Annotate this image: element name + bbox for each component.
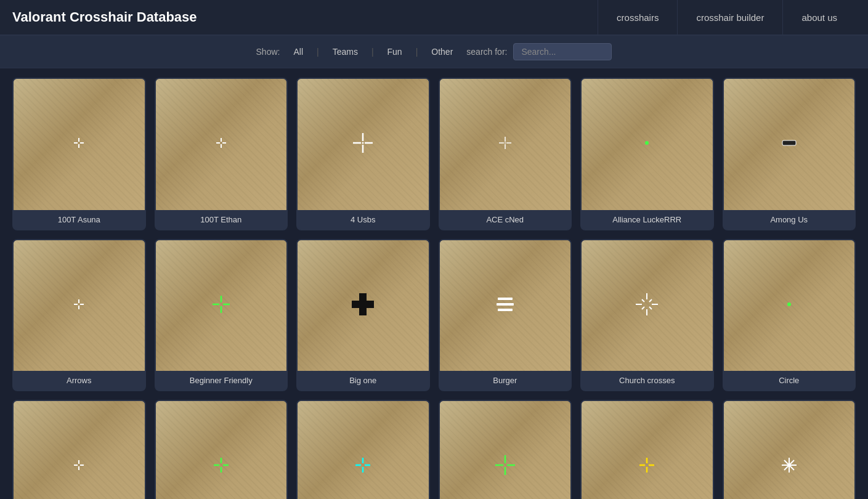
filter-bar: Show: All | Teams | Fun | Other search f…: [0, 36, 868, 68]
card-100t-ethan[interactable]: 100T Ethan: [155, 78, 288, 230]
card-image-daisy: [724, 401, 855, 499]
crosshair-grid: 100T Asuna 100T Ethan 4 Usbs ACE cNed Al: [0, 68, 868, 499]
card-drx-rb[interactable]: DRX Rb: [296, 400, 430, 499]
card-among-us[interactable]: Among Us: [723, 78, 856, 230]
card-label-beginner-friendly: Beginner Friendly: [156, 371, 287, 390]
card-100t-asuna[interactable]: 100T Asuna: [12, 78, 146, 230]
card-image-drx-rb: [298, 401, 429, 499]
card-image-alliance-luckerrr: [582, 79, 713, 210]
svg-point-44: [787, 302, 791, 306]
card-4-usbs[interactable]: 4 Usbs: [296, 78, 430, 230]
card-label-100t-asuna: 100T Asuna: [14, 210, 145, 229]
crosshair-arrows: [69, 294, 89, 317]
svg-rect-28: [359, 293, 367, 301]
card-drx-buzz[interactable]: DRX BuZz: [12, 400, 146, 499]
card-image-burger: [440, 240, 571, 371]
filter-teams[interactable]: Teams: [325, 44, 365, 59]
filter-all[interactable]: All: [286, 44, 310, 59]
svg-point-12: [362, 142, 364, 144]
show-label: Show:: [256, 47, 280, 57]
crosshair-circle: [781, 296, 798, 315]
svg-line-40: [642, 299, 644, 302]
filter-fun[interactable]: Fun: [380, 44, 410, 59]
card-label-alliance-luckerrr: Alliance LuckeRRR: [582, 210, 713, 229]
svg-point-17: [505, 142, 506, 144]
card-drx-zest[interactable]: DRX Zest: [439, 400, 572, 499]
crosshair-among-us: [780, 137, 798, 152]
card-alliance-luckerrr[interactable]: Alliance LuckeRRR: [580, 78, 714, 230]
card-image-among-us: [724, 79, 855, 210]
card-label-arrows: Arrows: [14, 371, 145, 390]
card-label-among-us: Among Us: [724, 210, 855, 229]
crosshair-daisy: [778, 454, 800, 479]
svg-rect-19: [782, 140, 796, 145]
crosshair-4-usbs: [351, 131, 375, 158]
crosshair-drx-stax: [636, 454, 658, 479]
card-beginner-friendly[interactable]: Beginner Friendly: [155, 239, 288, 392]
crosshair-burger: [494, 296, 516, 315]
card-label-burger: Burger: [440, 371, 571, 390]
card-image-100t-ethan: [156, 79, 287, 210]
crosshair-ace-cned: [495, 133, 515, 155]
card-image-beginner-friendly: [156, 240, 287, 371]
card-label-ace-cned: ACE cNed: [440, 210, 571, 229]
svg-rect-32: [359, 301, 367, 308]
svg-point-18: [645, 141, 649, 145]
card-drx-mako[interactable]: DRX MaKo: [155, 400, 288, 499]
svg-rect-31: [367, 301, 374, 308]
header-nav: crosshairs crosshair builder about us: [598, 0, 856, 34]
search-input[interactable]: [513, 43, 612, 60]
crosshair-alliance-luckerrr: [641, 137, 653, 152]
card-circle[interactable]: Circle: [723, 239, 856, 392]
crosshair-100t-ethan: [211, 133, 231, 155]
card-image-drx-zest: [440, 401, 571, 499]
crosshair-drx-mako: [210, 454, 232, 479]
svg-rect-33: [498, 298, 513, 300]
nav-crosshair-builder[interactable]: crosshair builder: [677, 0, 782, 34]
card-ace-cned[interactable]: ACE cNed: [439, 78, 572, 230]
card-church-crosses[interactable]: Church crosses: [580, 239, 714, 392]
svg-rect-29: [359, 308, 367, 315]
card-image-drx-buzz: [14, 401, 145, 499]
crosshair-100t-asuna: [69, 133, 89, 155]
card-image-drx-mako: [156, 401, 287, 499]
card-burger[interactable]: Burger: [439, 239, 572, 392]
header: Valorant Crosshair Database crosshairs c…: [0, 0, 868, 36]
card-label-4-usbs: 4 Usbs: [298, 210, 429, 229]
nav-about-us[interactable]: about us: [782, 0, 856, 34]
card-label-circle: Circle: [724, 371, 855, 390]
nav-crosshairs[interactable]: crosshairs: [598, 0, 677, 34]
crosshair-beginner-friendly: [210, 293, 232, 318]
svg-line-43: [642, 307, 644, 309]
card-image-circle: [724, 240, 855, 371]
card-daisy[interactable]: Daisy: [723, 400, 856, 499]
card-drx-stax[interactable]: DRX stax: [580, 400, 714, 499]
card-arrows[interactable]: Arrows: [12, 239, 146, 392]
card-image-drx-stax: [582, 401, 713, 499]
card-image-church-crosses: [582, 240, 713, 371]
crosshair-drx-rb: [352, 454, 374, 479]
card-label-church-crosses: Church crosses: [582, 371, 713, 390]
card-image-4-usbs: [298, 79, 429, 210]
svg-line-41: [649, 307, 652, 309]
card-image-100t-asuna: [14, 79, 145, 210]
site-title: Valorant Crosshair Database: [12, 9, 197, 25]
crosshair-drx-buzz: [69, 455, 89, 477]
crosshair-drx-zest: [493, 453, 517, 480]
filter-other[interactable]: Other: [424, 44, 460, 59]
svg-rect-34: [497, 303, 514, 306]
svg-rect-30: [352, 301, 359, 308]
card-image-ace-cned: [440, 79, 571, 210]
crosshair-church-crosses: [633, 291, 660, 320]
card-image-arrows: [14, 240, 145, 371]
card-label-big-one: Big one: [298, 371, 429, 390]
card-big-one[interactable]: Big one: [296, 239, 430, 392]
crosshair-big-one: [349, 291, 376, 320]
search-label: search for:: [466, 47, 507, 57]
card-label-100t-ethan: 100T Ethan: [156, 210, 287, 229]
card-image-big-one: [298, 240, 429, 371]
svg-rect-35: [498, 309, 513, 311]
svg-line-42: [649, 299, 652, 302]
